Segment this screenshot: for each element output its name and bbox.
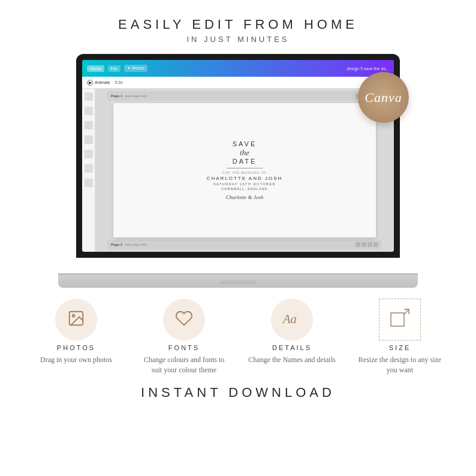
laptop-screen: Home File ✦ Resize design 5 save the da.…: [76, 54, 400, 258]
text-icon: Aa: [282, 309, 302, 330]
feature-icon-container-size: [379, 299, 421, 341]
canva-doc-title: design 5 save the da...: [347, 67, 389, 71]
resize-icon: [390, 308, 410, 331]
header-section: EASILY EDIT FROM HOME IN JUST MINUTES: [118, 17, 358, 44]
canva-canvas-area: Page 1 Add page title ↻: [95, 89, 394, 252]
bottom-title: INSTANT DOWNLOAD: [141, 385, 335, 400]
svg-point-1: [73, 315, 75, 317]
canva-file-btn[interactable]: File: [108, 65, 120, 72]
sidebar-icon-4: [85, 135, 93, 144]
canva-animate-btn[interactable]: ▶ Animate: [87, 80, 110, 86]
page1-label: Page 1: [111, 94, 122, 98]
canva-time: 5.0s: [115, 80, 123, 85]
page2-icons: [356, 242, 378, 247]
page2-bar: Page 2 Add page title: [107, 240, 382, 249]
svg-rect-3: [391, 313, 404, 326]
std-the: the: [240, 149, 249, 156]
std-sig: Charlotte & Josh: [226, 194, 264, 200]
page2-label: Page 2: [111, 243, 122, 246]
feature-desc-fonts: Change colours and fonts to suit your co…: [139, 355, 229, 375]
features-section: PHOTOSDrag in your own photos FONTSChang…: [0, 299, 476, 375]
canva-subtoolbar: ▶ Animate 5.0s: [82, 77, 394, 89]
svg-text:Aa: Aa: [282, 312, 297, 326]
save-the-date-card: SAVE the DATE FOR THE WEDDING OF CHARLOT…: [207, 140, 283, 201]
canva-main-area: Page 1 Add page title ↻: [82, 89, 394, 252]
feature-item-photos: PHOTOSDrag in your own photos: [31, 299, 121, 375]
feature-desc-details: Change the Names and details: [248, 355, 335, 365]
sidebar-icon-5: [85, 150, 93, 158]
std-names: CHARLOTTE AND JOSH: [207, 176, 283, 181]
std-location: CORNWALL, ENGLAND: [221, 187, 268, 191]
feature-desc-size: Resize the design to any size you want: [355, 355, 445, 375]
heart-icon: [175, 309, 193, 330]
sidebar-icon-1: [85, 92, 93, 101]
canva-home-btn[interactable]: Home: [87, 65, 104, 72]
page2-icon-2: [361, 242, 366, 247]
laptop-wrapper: Canva Home File ✦ Resize design 5 save t…: [58, 54, 418, 288]
main-title: EASILY EDIT FROM HOME: [118, 17, 358, 32]
feature-label-fonts: FONTS: [168, 344, 200, 351]
page1-add-title[interactable]: Add page title: [125, 94, 147, 98]
std-save: SAVE: [233, 140, 257, 147]
animate-label: Animate: [95, 80, 110, 85]
feature-desc-photos: Drag in your own photos: [40, 355, 112, 365]
sidebar-icon-6: [85, 164, 93, 173]
canva-resize-btn[interactable]: ✦ Resize: [124, 65, 147, 72]
animate-icon: ▶: [87, 80, 93, 86]
sidebar-icon-7: [85, 179, 93, 187]
std-date: DATE: [233, 158, 257, 165]
canva-badge-text: Canva: [364, 90, 402, 106]
feature-item-details: Aa DETAILSChange the Names and details: [247, 299, 337, 375]
laptop-screen-inner: Home File ✦ Resize design 5 save the da.…: [82, 60, 394, 252]
canva-sidebar: [82, 89, 95, 252]
page2-add-title[interactable]: Add page title: [125, 243, 147, 246]
feature-icon-container-photos: [55, 299, 97, 341]
feature-label-photos: PHOTOS: [57, 344, 95, 351]
canva-topbar: Home File ✦ Resize design 5 save the da.…: [82, 60, 394, 77]
svg-line-4: [404, 309, 409, 314]
image-icon: [67, 309, 85, 330]
feature-icon-container-fonts: [163, 299, 205, 341]
feature-label-size: SIZE: [389, 344, 411, 351]
laptop-notch: [220, 281, 256, 284]
std-divider: [227, 168, 263, 168]
feature-item-fonts: FONTSChange colours and fonts to suit yo…: [139, 299, 229, 375]
laptop-base: [58, 275, 418, 288]
canva-badge: Canva: [358, 72, 409, 123]
sidebar-icon-3: [85, 121, 93, 129]
sub-title: IN JUST MINUTES: [118, 35, 358, 44]
feature-item-size: SIZEResize the design to any size you wa…: [355, 299, 445, 375]
std-for: FOR THE WEDDING OF: [222, 171, 267, 174]
page2-icon-1: [356, 242, 360, 247]
canva-page: ↻ SAVE the DATE FOR THE WEDDING OF CHARL…: [113, 103, 376, 237]
feature-icon-container-details: Aa: [271, 299, 313, 341]
feature-label-details: DETAILS: [272, 344, 312, 351]
sidebar-icon-2: [85, 107, 93, 115]
page2-icon-4: [373, 242, 378, 247]
page2-icon-3: [367, 242, 372, 247]
page1-bar: Page 1 Add page title: [107, 91, 382, 101]
std-date-detail: SATURDAY 16TH OCTOBER: [213, 182, 276, 186]
